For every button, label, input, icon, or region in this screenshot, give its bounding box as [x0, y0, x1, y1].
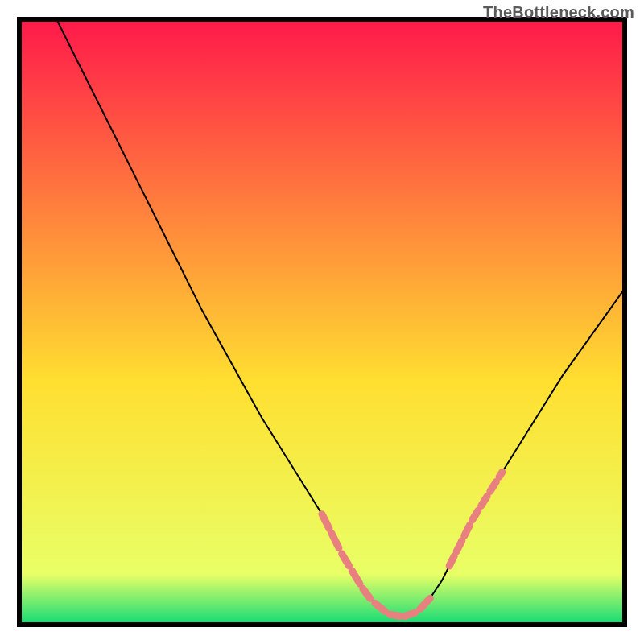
highlight-dash — [481, 496, 487, 506]
highlight-dash — [390, 614, 400, 616]
highlight-dash — [405, 613, 415, 616]
plot-background — [22, 22, 622, 622]
highlight-dash — [499, 473, 502, 477]
highlight-dash — [473, 510, 478, 520]
watermark-text: TheBottleneck.com — [483, 3, 634, 22]
chart-container: TheBottleneck.com — [0, 0, 644, 644]
highlight-dash — [464, 525, 470, 535]
highlight-dash — [490, 481, 496, 491]
highlight-dash — [456, 541, 462, 551]
bottleneck-chart — [0, 0, 644, 644]
highlight-dash — [449, 556, 454, 566]
